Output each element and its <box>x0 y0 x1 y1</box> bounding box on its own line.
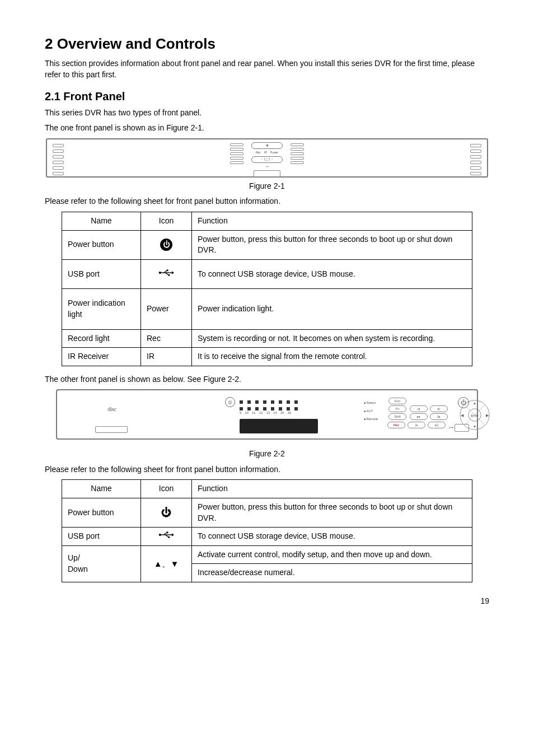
usb-tiny-icon: ⊶ <box>266 165 269 169</box>
sheet-intro-2: Please refer to the following sheet for … <box>45 464 489 475</box>
cell-func: To connect USB storage device, USB mouse… <box>192 528 472 546</box>
table-row: Up/ Down ▲、▼ Activate current control, m… <box>62 545 472 564</box>
sheet-intro-1: Please refer to the following sheet for … <box>45 196 489 207</box>
front-panel-2-diagram: disc ◎ 9101112 13141516 Status ACT Remot… <box>56 389 478 440</box>
power-oval: ⏻ <box>251 142 283 149</box>
front-panel-1-diagram: ⏻ RecIRPower ○ ⎮◯⎮ ○ ⊶ <box>46 138 488 178</box>
mini-vent-right <box>291 143 304 164</box>
cell-icon <box>141 259 192 289</box>
page-number: 19 <box>45 596 489 607</box>
up-down-arrows-icon: ▲、▼ <box>154 559 179 568</box>
cell-name: IR Receiver <box>62 348 141 366</box>
led-row: ◎ <box>225 397 359 407</box>
intro-paragraph: This section provides information about … <box>45 58 489 80</box>
table-row: Record light Rec System is recording or … <box>62 329 472 348</box>
usb-icon <box>158 269 174 277</box>
table-row: Power indication light Power Power indic… <box>62 289 472 329</box>
figure-2-1-caption: Figure 2-1 <box>45 181 489 192</box>
cell-name: Power indication light <box>62 289 141 329</box>
ir-receiver-icon: ◎ <box>225 397 235 407</box>
lcd-screen <box>240 419 318 433</box>
fp-intro-1: This series DVR has two types of front p… <box>45 108 489 119</box>
cell-icon: ▲、▼ <box>141 545 192 582</box>
cell-icon: IR <box>141 348 192 366</box>
svg-rect-3 <box>167 269 168 271</box>
cell-func: System is recording or not. It becomes o… <box>192 329 472 348</box>
table-header-row: Name Icon Function <box>62 480 472 498</box>
cell-name: Up/ Down <box>62 545 141 582</box>
drive-slot <box>95 426 128 433</box>
usb-slot <box>254 170 280 177</box>
th-name: Name <box>62 212 141 230</box>
table-row: USB port To connect USB storage device, … <box>62 528 472 546</box>
svg-text:◀: ◀ <box>461 413 464 417</box>
figure-2-2: disc ◎ 9101112 13141516 Status ACT Remot… <box>45 389 489 440</box>
status-labels: Status ACT Remote <box>364 400 378 421</box>
heading-front-panel: 2.1 Front Panel <box>45 88 489 104</box>
th-function: Function <box>192 480 472 498</box>
th-icon: Icon <box>141 212 192 230</box>
cell-name: USB port <box>62 259 141 289</box>
vent-left <box>53 144 64 175</box>
front-panel-table-2: Name Icon Function Power button ⏻ Power … <box>62 479 472 582</box>
heading-overview: 2 Overview and Controls <box>45 34 489 54</box>
cell-func: It is to receive the signal from the rem… <box>192 348 472 366</box>
cell-name: Power button <box>62 498 141 528</box>
control-stack: ⏻ RecIRPower ○ ⎮◯⎮ ○ ⊶ <box>251 142 283 177</box>
cell-icon: ⏻ <box>141 498 192 528</box>
cell-name: Record light <box>62 329 141 348</box>
usb-slot-2 <box>455 424 469 432</box>
table-header-row: Name Icon Function <box>62 212 472 230</box>
vent-right <box>470 144 481 175</box>
usb-mini-icon: ⊶ <box>449 424 453 431</box>
front-panel-table-1: Name Icon Function Power button ⏻ Power … <box>62 212 472 366</box>
svg-point-5 <box>168 274 170 276</box>
svg-marker-6 <box>172 271 174 274</box>
indicator-oval: ○ ⎮◯⎮ ○ <box>251 156 283 163</box>
other-panel-intro: The other front panel is shown as below.… <box>45 374 489 385</box>
mini-vent-left <box>230 143 243 164</box>
figure-2-1: ⏻ RecIRPower ○ ⎮◯⎮ ○ ⊶ <box>45 138 489 178</box>
rec-button: Rec <box>387 422 405 428</box>
center-controls: ⏻ RecIRPower ○ ⎮◯⎮ ○ ⊶ <box>230 142 304 177</box>
cell-func: Power button, press this button for thre… <box>192 230 472 259</box>
power-icon: ⏻ <box>161 506 171 520</box>
power-icon: ⏻ <box>160 239 172 251</box>
svg-text:▶: ▶ <box>486 413 489 417</box>
cell-func: Increase/decrease numeral. <box>192 564 472 582</box>
figure-2-2-caption: Figure 2-2 <box>45 449 489 460</box>
cell-icon: ⏻ <box>141 230 192 259</box>
button-grid: Esc Fn |◂▸| Shift ▸▸||▸ Rec |◂▸|| <box>387 397 449 429</box>
table-row: Power button ⏻ Power button, press this … <box>62 498 472 528</box>
cell-func: Power indication light. <box>192 289 472 329</box>
cell-icon: Power <box>141 289 192 329</box>
table-row: Power button ⏻ Power button, press this … <box>62 230 472 259</box>
usb-icon <box>158 531 174 539</box>
fp-intro-2: The one front panel is shown as in Figur… <box>45 123 489 134</box>
svg-marker-22 <box>172 533 174 536</box>
svg-point-21 <box>168 536 170 538</box>
mid-cluster: ◎ 9101112 13141516 <box>225 397 359 433</box>
cell-name: USB port <box>62 528 141 546</box>
cell-icon: Rec <box>141 329 192 348</box>
cell-name: Power button <box>62 230 141 259</box>
th-icon: Icon <box>141 480 192 498</box>
cell-icon <box>141 528 192 546</box>
disc-label: disc <box>107 405 116 413</box>
cell-func: Activate current control, modify setup, … <box>192 545 472 564</box>
svg-text:Enter: Enter <box>471 414 479 417</box>
th-function: Function <box>192 212 472 230</box>
th-name: Name <box>62 480 141 498</box>
svg-rect-19 <box>167 532 168 534</box>
svg-text:▲: ▲ <box>473 402 476 405</box>
table-row: USB port To connect USB storage device, … <box>62 259 472 289</box>
svg-text:▼: ▼ <box>473 425 476 429</box>
cell-func: Power button, press this button for thre… <box>192 498 472 528</box>
cell-func: To connect USB storage device, USB mouse… <box>192 259 472 289</box>
table-row: IR Receiver IR It is to receive the sign… <box>62 348 472 366</box>
